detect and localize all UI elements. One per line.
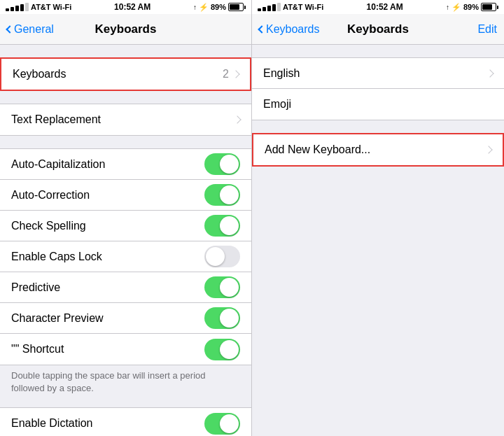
edit-button[interactable]: Edit	[477, 23, 497, 36]
chevron-left-icon	[6, 25, 13, 33]
battery-icon-right	[481, 3, 498, 11]
back-button-left[interactable]: General	[4, 23, 54, 36]
label-shortcut: "" Shortcut	[11, 343, 64, 356]
nav-title-right: Keyboards	[347, 22, 409, 36]
row-char-preview[interactable]: Character Preview	[0, 303, 251, 334]
panel-right: AT&T Wi-Fi 10:52 AM ↑ ⚡ 89% Keyboards Ke…	[252, 0, 504, 436]
location-icon: ↑	[193, 3, 197, 11]
nav-title-left: Keyboards	[95, 22, 157, 36]
back-label-left: General	[14, 23, 54, 36]
label-emoji: Emoji	[263, 98, 291, 111]
panel-left: AT&T Wi-Fi 10:52 AM ↑ ⚡ 89% General Keyb…	[0, 0, 252, 436]
label-predictive: Predictive	[11, 281, 60, 294]
row-caps-lock[interactable]: Enable Caps Lock	[0, 241, 251, 272]
toggle-auto-correction[interactable]	[204, 184, 240, 206]
row-keyboards[interactable]: Keyboards 2	[1, 59, 250, 90]
battery-percent-right: 89%	[463, 3, 479, 11]
row-dictation[interactable]: Enable Dictation	[0, 408, 251, 436]
signal-icon	[6, 3, 29, 11]
row-predictive[interactable]: Predictive	[0, 272, 251, 303]
table-keyboard-list: English Emoji	[252, 57, 504, 120]
row-text-replacement[interactable]: Text Replacement	[0, 104, 251, 135]
row-right-english	[487, 71, 493, 76]
label-keyboards: Keyboards	[13, 68, 66, 80]
label-auto-correction: Auto-Correction	[11, 189, 90, 202]
bluetooth-icon-right: ⚡	[451, 3, 461, 12]
row-english[interactable]: English	[252, 58, 504, 89]
label-caps-lock: Enable Caps Lock	[11, 251, 102, 263]
table-dictation: Enable Dictation	[0, 407, 251, 436]
section-keyboards: Keyboards 2	[0, 57, 251, 91]
label-auto-cap: Auto-Capitalization	[11, 158, 105, 171]
toggle-caps-lock[interactable]	[204, 246, 240, 267]
chevron-text-replacement	[233, 115, 241, 123]
footer-shortcut: Double tapping the space bar will insert…	[0, 365, 251, 395]
back-button-right[interactable]: Keyboards	[256, 23, 320, 36]
status-bar-right: AT&T Wi-Fi 10:52 AM ↑ ⚡ 89%	[252, 0, 504, 14]
chevron-english	[486, 69, 493, 77]
section-add-keyboard: Add New Keyboard...	[252, 133, 504, 167]
label-add-keyboard: Add New Keyboard...	[265, 143, 370, 156]
row-right-keyboards: 2	[223, 68, 239, 80]
toggle-char-preview[interactable]	[204, 307, 240, 329]
row-emoji[interactable]: Emoji	[252, 89, 504, 120]
label-char-preview: Character Preview	[11, 312, 104, 325]
battery-info: ↑ ⚡ 89%	[193, 3, 246, 12]
toggle-shortcut[interactable]	[204, 339, 240, 360]
row-check-spelling[interactable]: Check Spelling	[0, 211, 251, 241]
content-left: Keyboards 2 Text Replacement	[0, 45, 251, 436]
carrier-info: AT&T Wi-Fi	[6, 3, 71, 11]
toggle-predictive[interactable]	[204, 276, 240, 298]
row-right-text-replacement	[234, 117, 240, 122]
row-auto-correction[interactable]: Auto-Correction	[0, 180, 251, 211]
content-right: English Emoji Add New Keyboard...	[252, 45, 504, 436]
toggle-auto-cap[interactable]	[204, 153, 240, 175]
row-auto-cap[interactable]: Auto-Capitalization	[0, 149, 251, 180]
location-icon-right: ↑	[446, 3, 449, 11]
table-toggles: Auto-Capitalization Auto-Correction Chec…	[0, 148, 251, 365]
battery-icon	[228, 3, 246, 11]
table-keyboards: Keyboards 2	[0, 57, 251, 91]
table-add-keyboard: Add New Keyboard...	[252, 133, 504, 167]
label-english: English	[263, 67, 300, 80]
section-dictation: Enable Dictation	[0, 407, 251, 436]
section-toggles: Auto-Capitalization Auto-Correction Chec…	[0, 148, 251, 395]
section-text-replacement: Text Replacement	[0, 104, 251, 136]
chevron-add-keyboard	[484, 146, 492, 153]
status-bar-left: AT&T Wi-Fi 10:52 AM ↑ ⚡ 89%	[0, 0, 251, 14]
row-right-add-keyboard	[486, 147, 491, 153]
nav-bar-right: Keyboards Keyboards Edit	[252, 14, 504, 45]
row-shortcut[interactable]: "" Shortcut	[0, 334, 251, 365]
toggle-dictation[interactable]	[204, 413, 240, 435]
back-label-right: Keyboards	[266, 23, 320, 36]
chevron-left-icon-right	[258, 25, 265, 33]
carrier-info-right: AT&T Wi-Fi	[258, 3, 323, 11]
battery-percent: 89%	[211, 3, 226, 11]
bluetooth-icon: ⚡	[199, 3, 209, 12]
time-display: 10:52 AM	[114, 2, 150, 12]
chevron-keyboards	[232, 70, 239, 78]
row-add-keyboard[interactable]: Add New Keyboard...	[253, 134, 503, 165]
toggle-check-spelling[interactable]	[204, 215, 240, 237]
table-text-replacement: Text Replacement	[0, 104, 251, 136]
value-keyboards: 2	[223, 68, 229, 80]
carrier-label-right: AT&T Wi-Fi	[283, 3, 323, 11]
signal-icon-right	[258, 3, 281, 11]
time-display-right: 10:52 AM	[367, 2, 403, 12]
label-text-replacement: Text Replacement	[11, 113, 101, 126]
nav-bar-left: General Keyboards	[0, 14, 251, 45]
label-check-spelling: Check Spelling	[11, 220, 86, 232]
section-keyboard-list: English Emoji	[252, 57, 504, 120]
carrier-label: AT&T Wi-Fi	[31, 3, 71, 11]
battery-info-right: ↑ ⚡ 89%	[446, 3, 498, 12]
edit-label: Edit	[477, 23, 497, 35]
label-dictation: Enable Dictation	[11, 417, 93, 430]
